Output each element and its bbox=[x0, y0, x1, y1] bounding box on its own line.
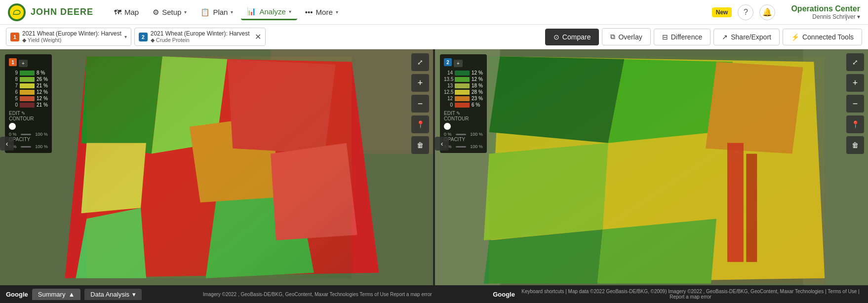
jd-logo-inner bbox=[10, 5, 24, 19]
left-panel-float: ‹ bbox=[0, 137, 14, 151]
new-badge: New bbox=[712, 7, 732, 17]
brand-name: John Deere bbox=[31, 7, 93, 17]
map-panel-left[interactable]: 1 + 9 8 % 8 26 % 7 21 % bbox=[0, 49, 433, 285]
connected-tools-icon: ⚡ bbox=[791, 33, 799, 41]
legend-right-num: 2 bbox=[444, 58, 452, 66]
setup-arrow: ▾ bbox=[184, 9, 187, 15]
opacity-slider-right[interactable] bbox=[456, 134, 467, 135]
share-icon: ↗ bbox=[722, 33, 728, 41]
legend-bar-12 bbox=[455, 96, 470, 101]
compare-icon: ⊙ bbox=[553, 33, 559, 41]
opacity-row-left: 0 % 100 % bbox=[9, 132, 48, 137]
nav-item-analyze[interactable]: 📊 Analyze ▾ bbox=[241, 4, 297, 20]
right-map-zoomout-button[interactable]: − bbox=[846, 95, 864, 113]
layer2-selector[interactable]: 2 2021 Wheat (Europe Winter): Harvest ◆ … bbox=[134, 28, 266, 46]
copyright-left: Imagery ©2022 , GeoBasis-DE/BKG, GeoCont… bbox=[146, 292, 489, 297]
left-map-expand-button[interactable]: ⤢ bbox=[411, 53, 429, 71]
legend-bar-5 bbox=[20, 96, 35, 101]
legend-row-135: 13.5 12 % bbox=[444, 76, 483, 82]
analyze-icon: 📊 bbox=[247, 7, 256, 16]
opacity-label-right: OPACITY bbox=[444, 137, 483, 142]
legend-row-9: 9 8 % bbox=[9, 70, 48, 76]
layer2-num: 2 bbox=[139, 33, 148, 41]
right-map-left-float: ‹ bbox=[435, 137, 449, 151]
nav-item-plan[interactable]: 📋 Plan ▾ bbox=[195, 5, 239, 20]
summary-tab-arrow: ▲ bbox=[68, 291, 75, 298]
left-map-zoomout-button[interactable]: − bbox=[411, 95, 429, 113]
right-map-zoomin-button[interactable]: + bbox=[846, 74, 864, 92]
range-row-left: 0 % 100 % bbox=[9, 144, 48, 149]
pan-right-left-button[interactable]: ‹ bbox=[435, 137, 449, 151]
legend-bar-9 bbox=[20, 71, 35, 76]
overlay-icon: ⧉ bbox=[610, 33, 615, 41]
toolbar: 1 2021 Wheat (Europe Winter): Harvest ◆ … bbox=[0, 25, 868, 49]
left-map-locate-button[interactable]: 📍 bbox=[411, 115, 429, 133]
legend-right-expand[interactable]: + bbox=[454, 60, 463, 67]
compare-button[interactable]: ⊙ Compare bbox=[545, 29, 599, 45]
layer1-num: 1 bbox=[10, 33, 19, 41]
map-icon: 🗺 bbox=[114, 8, 121, 16]
legend-row-8: 8 26 % bbox=[9, 76, 48, 82]
more-icon: ••• bbox=[305, 8, 313, 16]
right-map-controls: ⤢ + − 📍 🗑 bbox=[846, 53, 864, 154]
layer2-close-button[interactable]: ✕ bbox=[255, 32, 261, 41]
legend-bar-14 bbox=[455, 71, 470, 76]
opacity-label-left: OPACITY bbox=[9, 137, 48, 142]
notification-button[interactable]: 🔔 bbox=[759, 4, 775, 20]
range-slider-right[interactable] bbox=[456, 146, 467, 148]
right-map-locate-button[interactable]: 📍 bbox=[846, 115, 864, 133]
map-background-left: 1 + 9 8 % 8 26 % 7 21 % bbox=[0, 49, 433, 285]
range-slider-left[interactable] bbox=[21, 146, 32, 148]
right-map-expand-button[interactable]: ⤢ bbox=[846, 53, 864, 71]
range-row-right: 0 % 100 % bbox=[444, 144, 483, 149]
map-panel-right[interactable]: 2 + 14 12 % 13.5 12 % 13 18 % bbox=[435, 49, 868, 285]
legend-edit-left[interactable]: EDIT ✎ bbox=[9, 111, 48, 116]
nav-item-setup[interactable]: ⚙ Setup ▾ bbox=[147, 5, 193, 20]
google-label-left: Google bbox=[6, 291, 28, 298]
left-map-zoomin-button[interactable]: + bbox=[411, 74, 429, 92]
layer1-selector[interactable]: 1 2021 Wheat (Europe Winter): Harvest ◆ … bbox=[6, 28, 131, 46]
right-map-trash-button[interactable]: 🗑 bbox=[846, 136, 864, 154]
connected-tools-button[interactable]: ⚡ Connected Tools bbox=[783, 29, 862, 45]
legend-bar-7 bbox=[20, 83, 35, 88]
left-map-controls: ⤢ + − 📍 🗑 bbox=[411, 53, 429, 154]
tab-summary[interactable]: Summary ▲ bbox=[32, 289, 81, 300]
overlay-button[interactable]: ⧉ Overlay bbox=[602, 28, 650, 45]
legend-row-5: 5 12 % bbox=[9, 96, 48, 101]
contour-toggle-right[interactable] bbox=[444, 123, 451, 130]
copyright-right: Keyboard shortcuts | Map data ©2022 GeoB… bbox=[519, 289, 862, 300]
layer1-chevron: ▾ bbox=[124, 34, 127, 39]
nav-item-more[interactable]: ••• More ▾ bbox=[299, 5, 344, 19]
difference-button[interactable]: ⊟ Difference bbox=[654, 29, 711, 45]
nav-item-map[interactable]: 🗺 Map bbox=[108, 5, 145, 19]
logo-area: John Deere bbox=[8, 3, 93, 21]
google-label-right: Google bbox=[493, 291, 515, 298]
svg-rect-11 bbox=[86, 56, 352, 278]
heatmap-left bbox=[0, 49, 433, 285]
legend-bar-0 bbox=[20, 103, 35, 108]
data-analysis-tab-arrow: ▾ bbox=[132, 291, 136, 298]
analyze-arrow: ▾ bbox=[289, 9, 291, 14]
map-background-right: 2 + 14 12 % 13.5 12 % 13 18 % bbox=[435, 49, 868, 285]
legend-row-13: 13 18 % bbox=[444, 83, 483, 88]
contour-toggle-left[interactable] bbox=[9, 123, 16, 130]
jd-logo bbox=[8, 3, 26, 21]
opacity-slider-left[interactable] bbox=[21, 134, 32, 135]
legend-row-7: 7 21 % bbox=[9, 83, 48, 88]
bottom-bar: Google Summary ▲ Data Analysis ▾ Imagery… bbox=[0, 285, 868, 303]
tab-data-analysis[interactable]: Data Analysis ▾ bbox=[84, 289, 142, 300]
header: John Deere 🗺 Map ⚙ Setup ▾ 📋 Plan ▾ 📊 An… bbox=[0, 0, 868, 25]
legend-left-expand[interactable]: + bbox=[19, 60, 28, 67]
plan-arrow: ▾ bbox=[231, 9, 233, 15]
legend-edit-right[interactable]: EDIT ✎ bbox=[444, 111, 483, 116]
legend-row-0: 0 21 % bbox=[9, 102, 48, 108]
left-map-trash-button[interactable]: 🗑 bbox=[411, 136, 429, 154]
pan-left-button[interactable]: ‹ bbox=[0, 137, 14, 151]
svg-rect-24 bbox=[489, 56, 825, 283]
help-button[interactable]: ? bbox=[738, 4, 753, 20]
legend-contour-right: CONTOUR bbox=[444, 116, 483, 121]
difference-icon: ⊟ bbox=[662, 33, 668, 41]
main-nav: 🗺 Map ⚙ Setup ▾ 📋 Plan ▾ 📊 Analyze ▾ •••… bbox=[108, 4, 712, 20]
legend-row-12: 12 23 % bbox=[444, 96, 483, 101]
share-export-button[interactable]: ↗ Share/Export bbox=[713, 29, 780, 45]
